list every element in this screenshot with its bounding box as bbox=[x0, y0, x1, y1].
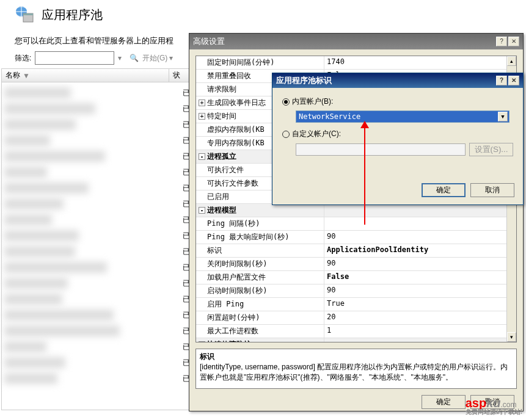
binoculars-icon: 🔍 bbox=[130, 54, 139, 62]
filter-input[interactable] bbox=[35, 51, 114, 65]
grid-value: 90 bbox=[324, 231, 516, 244]
filter-separator: ▾ bbox=[118, 54, 126, 62]
advanced-ok-button[interactable]: 确定 bbox=[422, 395, 466, 409]
close-icon[interactable]: ✕ bbox=[508, 76, 519, 85]
grid-value: False bbox=[324, 271, 516, 284]
grid-row[interactable]: 启动时间限制(秒)90 bbox=[196, 284, 516, 298]
app-pool-icon bbox=[15, 5, 34, 24]
expand-collapse-icon[interactable]: - bbox=[199, 341, 205, 342]
list-item[interactable]: 已 bbox=[4, 212, 191, 228]
custom-account-radio[interactable] bbox=[282, 131, 290, 138]
list-item[interactable]: 已 bbox=[4, 164, 191, 180]
grid-key-label: Ping 间隔(秒) bbox=[207, 219, 260, 228]
identity-titlebar: 应用程序池标识 ? ✕ bbox=[272, 73, 523, 88]
page-title: 应用程序池 bbox=[42, 7, 103, 23]
list-item[interactable]: 已 bbox=[4, 259, 191, 275]
help-icon[interactable]: ? bbox=[496, 37, 507, 46]
grid-key-label: 可执行文件参数 bbox=[207, 179, 258, 187]
list-item[interactable]: 已 bbox=[4, 180, 191, 196]
grid-value: ApplicationPoolIdentity bbox=[324, 244, 516, 257]
list-item[interactable]: 已 bbox=[4, 196, 191, 212]
filter-label: 筛选: bbox=[15, 53, 31, 63]
scroll-down-icon[interactable]: ▾ bbox=[507, 332, 516, 342]
grid-value bbox=[324, 204, 516, 217]
builtin-account-radio[interactable] bbox=[282, 98, 290, 106]
grid-key-label: 最大工作进程数 bbox=[207, 327, 258, 335]
annotation-arrow bbox=[364, 127, 365, 225]
grid-row[interactable]: 固定时间间隔(分钟)1740 bbox=[196, 56, 516, 70]
list-item[interactable]: 已 bbox=[4, 275, 191, 291]
grid-value: 90 bbox=[324, 258, 516, 270]
grid-row[interactable]: 标识ApplicationPoolIdentity bbox=[196, 244, 516, 258]
grid-key-label: 已启用 bbox=[207, 192, 229, 201]
grid-key-label: 虚拟内存限制(KB bbox=[207, 125, 265, 134]
grid-row[interactable]: 关闭时间限制(秒)90 bbox=[196, 258, 516, 271]
close-icon[interactable]: ✕ bbox=[508, 37, 519, 46]
expand-collapse-icon[interactable]: - bbox=[199, 207, 205, 214]
grid-row[interactable]: 闲置超时(分钟)20 bbox=[196, 311, 516, 325]
description-box: 标识 [identityType, username, password] 配置… bbox=[195, 349, 517, 389]
advanced-settings-titlebar: 高级设置 ? ✕ bbox=[189, 34, 523, 49]
identity-ok-button[interactable]: 确定 bbox=[422, 183, 466, 197]
grid-key-label: 生成回收事件日志 bbox=[207, 98, 266, 107]
grid-value bbox=[324, 338, 516, 342]
grid-value: True bbox=[324, 298, 516, 311]
grid-key-label: 禁用重叠回收 bbox=[207, 71, 251, 80]
col-name-header[interactable]: 名称 ▼ bbox=[2, 69, 169, 82]
grid-row[interactable]: Ping 最大响应时间(秒)90 bbox=[196, 231, 516, 244]
expand-collapse-icon[interactable]: + bbox=[199, 113, 205, 120]
expand-collapse-icon[interactable]: + bbox=[199, 100, 205, 106]
grid-key-label: 标识 bbox=[207, 246, 222, 255]
list-item[interactable]: 已 bbox=[4, 244, 191, 259]
grid-value bbox=[324, 217, 516, 230]
scroll-up-icon[interactable]: ▴ bbox=[507, 56, 516, 66]
svg-rect-2 bbox=[23, 13, 33, 15]
custom-account-input bbox=[296, 143, 466, 156]
grid-row[interactable]: -进程模型 bbox=[196, 204, 516, 217]
grid-key-label: 关闭时间限制(秒) bbox=[207, 259, 267, 268]
grid-value: 1 bbox=[324, 325, 516, 338]
grid-key-label: 启动时间限制(秒) bbox=[207, 286, 267, 295]
grid-key-label: Ping 最大响应时间(秒) bbox=[207, 233, 290, 241]
set-button: 设置(S)... bbox=[469, 143, 513, 156]
list-item[interactable]: 已 bbox=[4, 117, 191, 132]
list-item[interactable]: 已 bbox=[4, 148, 191, 164]
custom-account-label: 自定义帐户(C): bbox=[292, 129, 341, 139]
grid-row[interactable]: Ping 间隔(秒) bbox=[196, 217, 516, 231]
builtin-account-select[interactable]: NetworkService ▼ bbox=[296, 110, 510, 123]
expand-collapse-icon[interactable]: - bbox=[199, 153, 205, 160]
grid-value: 20 bbox=[324, 311, 516, 324]
identity-dialog: 应用程序池标识 ? ✕ 内置帐户(B): NetworkService ▼ 自定… bbox=[272, 73, 524, 205]
grid-key-label: 闲置超时(分钟) bbox=[207, 313, 260, 322]
list-item[interactable]: 已 bbox=[4, 307, 191, 323]
list-item[interactable]: 已 bbox=[4, 323, 191, 339]
identity-cancel-button[interactable]: 取消 bbox=[470, 183, 514, 197]
grid-key-label: 快速故障防护 bbox=[207, 340, 251, 342]
grid-key-label: 请求限制 bbox=[207, 85, 236, 93]
list-item[interactable]: 已 bbox=[4, 355, 191, 371]
list-item[interactable]: 已 bbox=[4, 101, 191, 117]
grid-row[interactable]: 启用 PingTrue bbox=[196, 298, 516, 311]
list-item[interactable]: 已 bbox=[4, 291, 191, 307]
chevron-down-icon[interactable]: ▼ bbox=[498, 112, 508, 121]
grid-value: 90 bbox=[324, 284, 516, 297]
grid-key-label: 进程模型 bbox=[207, 206, 236, 214]
grid-key-label: 固定时间间隔(分钟) bbox=[207, 58, 274, 67]
grid-row[interactable]: 最大工作进程数1 bbox=[196, 325, 516, 338]
list-item[interactable]: 已 bbox=[4, 339, 191, 355]
list-item[interactable]: 已 bbox=[4, 132, 191, 148]
grid-key-label: 加载用户配置文件 bbox=[207, 273, 266, 281]
grid-key-label: 专用内存限制(KB bbox=[207, 139, 265, 147]
grid-row[interactable]: 加载用户配置文件False bbox=[196, 271, 516, 284]
grid-key-label: 启用 Ping bbox=[207, 300, 244, 308]
list-item[interactable]: 已 bbox=[4, 228, 191, 244]
list-item[interactable]: 已 bbox=[4, 371, 191, 386]
builtin-account-label: 内置帐户(B): bbox=[292, 96, 333, 107]
start-button[interactable]: 开始(G) ▾ bbox=[142, 53, 173, 63]
grid-key-label: 特定时间 bbox=[207, 112, 236, 120]
help-icon[interactable]: ? bbox=[496, 76, 507, 85]
list-item[interactable]: 已 bbox=[4, 85, 191, 101]
watermark-logo: aspku.com 免费网站源码下载站! bbox=[466, 396, 522, 416]
grid-value: 1740 bbox=[324, 56, 516, 69]
grid-row[interactable]: -快速故障防护 bbox=[196, 338, 516, 342]
